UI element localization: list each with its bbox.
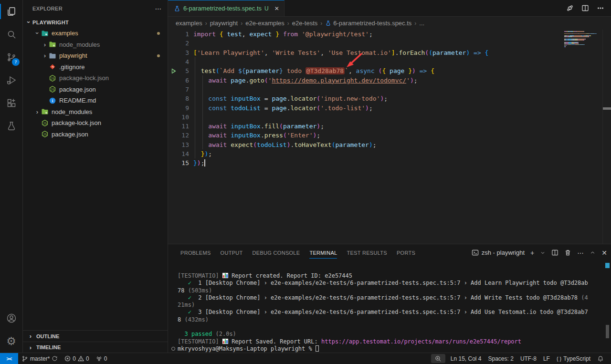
breadcrumb-separator: › bbox=[205, 20, 207, 27]
panel-tab-ports[interactable]: PORTS bbox=[392, 244, 420, 261]
modified-dot-badge bbox=[157, 32, 160, 35]
language-item[interactable]: { } TypeScript bbox=[553, 353, 594, 364]
editor-scrollbar[interactable] bbox=[602, 30, 611, 244]
encoding-item[interactable]: UTF-8 bbox=[517, 353, 540, 364]
split-terminal-icon[interactable] bbox=[551, 249, 558, 256]
terminal-line: [TESTOMATIO] Report created. Report ID: … bbox=[178, 272, 611, 280]
breadcrumb-e2e-tests[interactable]: e2e-tests bbox=[292, 20, 317, 27]
code-line-10[interactable]: 10 bbox=[168, 113, 611, 122]
zoom-in-icon bbox=[435, 355, 442, 362]
indentation-item[interactable]: Spaces: 2 bbox=[485, 353, 517, 364]
status-bar: >< master* 0 0 0 Ln 15, Col 4 Spaces: 2 … bbox=[0, 353, 611, 364]
new-terminal-icon[interactable]: + bbox=[530, 250, 534, 256]
url-link[interactable]: https://demo.playwright.dev/todomvc/ bbox=[272, 77, 406, 84]
chevron-right-icon: › bbox=[41, 52, 49, 59]
terminal-dropdown-chevron-icon[interactable] bbox=[540, 250, 546, 256]
terminal-scroll-thumb[interactable] bbox=[606, 325, 609, 338]
tab-6-parametrized-tests[interactable]: 6-parametrized-tests.spec.ts U ✕ bbox=[168, 0, 284, 16]
branch-item[interactable]: master* bbox=[18, 353, 61, 364]
code-line-1[interactable]: 1import { test, expect } from '@playwrig… bbox=[168, 30, 611, 39]
code-line-13[interactable]: 13 await expect(todoList).toHaveText(par… bbox=[168, 140, 611, 149]
more-actions-icon[interactable] bbox=[597, 4, 604, 12]
command-decoration-circle[interactable] bbox=[171, 347, 175, 351]
run-debug-icon[interactable] bbox=[0, 69, 22, 92]
panel-tab-test-results[interactable]: TEST RESULTS bbox=[342, 244, 392, 261]
report-url-link[interactable]: https://app.testomat.io/projects/mars/ru… bbox=[321, 338, 521, 345]
code-line-6[interactable]: 6 await page.goto('https://demo.playwrig… bbox=[168, 75, 611, 84]
breadcrumb-more[interactable]: ... bbox=[419, 20, 424, 27]
breadcrumb-separator: › bbox=[287, 20, 289, 27]
minimap[interactable] bbox=[564, 31, 601, 47]
extensions-icon[interactable] bbox=[0, 92, 22, 114]
breadcrumb-separator: › bbox=[414, 20, 416, 27]
minimap-line bbox=[564, 46, 601, 47]
tree-item-readme-md[interactable]: ›iREADME.md bbox=[23, 95, 168, 106]
open-changes-icon[interactable] bbox=[566, 4, 574, 12]
close-panel-icon[interactable]: ✕ bbox=[601, 250, 607, 256]
cursor-position-item[interactable]: Ln 15, Col 4 bbox=[447, 353, 485, 364]
maximize-panel-icon[interactable] bbox=[590, 250, 596, 256]
code-line-3[interactable]: 3['Learn Playwright', 'Write Tests', 'Us… bbox=[168, 48, 611, 57]
eol-item[interactable]: LF bbox=[540, 353, 553, 364]
kill-terminal-icon[interactable] bbox=[564, 249, 571, 256]
remote-indicator[interactable]: >< bbox=[0, 353, 18, 364]
svg-text:JS: JS bbox=[51, 76, 54, 80]
tree-item-playwright[interactable]: ›playwright bbox=[23, 50, 168, 62]
breadcrumb-separator: › bbox=[241, 20, 242, 27]
code-line-11[interactable]: 11 await inputBox.fill(parameter); bbox=[168, 122, 611, 131]
tree-item--gitignore[interactable]: ›.gitignore bbox=[23, 62, 168, 73]
panel-tab-problems[interactable]: PROBLEMS bbox=[176, 244, 216, 261]
code-line-12[interactable]: 12 await inputBox.press('Enter'); bbox=[168, 131, 611, 140]
account-icon[interactable] bbox=[0, 307, 22, 330]
problems-item[interactable]: 0 0 bbox=[61, 353, 92, 364]
testing-icon[interactable] bbox=[0, 114, 22, 137]
panel-tab-output[interactable]: OUTPUT bbox=[216, 244, 248, 261]
split-editor-icon[interactable] bbox=[581, 4, 589, 12]
sidebar-more-icon[interactable]: ⋯ bbox=[155, 5, 162, 12]
indent-guide bbox=[195, 131, 195, 140]
panel-tab-debug-console[interactable]: DEBUG CONSOLE bbox=[248, 244, 305, 261]
breadcrumb-playwright[interactable]: playwright bbox=[210, 20, 238, 27]
tree-item-package-json[interactable]: ›JSpackage.json bbox=[23, 84, 168, 95]
terminal-line: [TESTOMATIO] Report Saved. Report URL: h… bbox=[178, 338, 611, 345]
explorer-icon[interactable] bbox=[0, 0, 22, 23]
code-line-15[interactable]: 15}); bbox=[168, 158, 611, 167]
code-text: await inputBox.fill(parameter); bbox=[189, 123, 324, 130]
code-line-5[interactable]: 5 test(`Add ${parameter} todo @T3d28ab78… bbox=[168, 66, 611, 75]
zoom-indicator[interactable] bbox=[431, 354, 445, 363]
settings-gear-icon[interactable]: ⚙ bbox=[0, 330, 22, 353]
code-line-14[interactable]: 14 }); bbox=[168, 149, 611, 158]
line-number: 7 bbox=[168, 86, 189, 93]
editor-column: 6-parametrized-tests.spec.ts U ✕ example… bbox=[168, 0, 611, 353]
timeline-section[interactable]: › TIMELINE bbox=[23, 342, 168, 353]
code-line-4[interactable]: 4 bbox=[168, 57, 611, 66]
breadcrumb-examples[interactable]: examples bbox=[176, 20, 202, 27]
terminal-title[interactable]: zsh - playwright bbox=[472, 249, 525, 256]
breadcrumb-e2e-examples[interactable]: e2e-examples bbox=[245, 20, 284, 27]
tree-item-examples[interactable]: ›examples bbox=[23, 28, 168, 39]
tree-item-node-modules[interactable]: ›node_modules bbox=[23, 106, 168, 118]
run-test-icon[interactable] bbox=[170, 68, 177, 76]
code-line-8[interactable]: 8 const inputBox = page.locator('input.n… bbox=[168, 94, 611, 103]
section-playwright[interactable]: › PLAYWRIGHT bbox=[23, 17, 168, 28]
code-text: }); bbox=[189, 159, 205, 166]
panel-more-icon[interactable]: ⋯ bbox=[577, 250, 584, 256]
close-tab-icon[interactable]: ✕ bbox=[274, 5, 279, 12]
terminal-scrollbar[interactable] bbox=[605, 262, 610, 352]
tree-item-package-lock-json[interactable]: ›JSpackage-lock.json bbox=[23, 73, 168, 84]
search-icon[interactable] bbox=[0, 23, 22, 46]
code-line-9[interactable]: 9 const todoList = page.locator('.todo-l… bbox=[168, 103, 611, 112]
terminal-output[interactable]: [TESTOMATIO] Report created. Report ID: … bbox=[168, 261, 611, 353]
notifications-item[interactable] bbox=[594, 353, 607, 364]
source-control-icon[interactable]: 7 bbox=[0, 46, 22, 69]
tree-item-package-lock-json[interactable]: ›JSpackage-lock.json bbox=[23, 117, 168, 129]
tree-item-node-modules[interactable]: ›node_modules bbox=[23, 39, 168, 51]
ports-item[interactable]: 0 bbox=[93, 353, 111, 364]
tree-item-package-json[interactable]: ›JSpackage.json bbox=[23, 129, 168, 140]
breadcrumb-file[interactable]: 6-parametrized-tests.spec.ts bbox=[325, 20, 411, 27]
code-line-7[interactable]: 7 bbox=[168, 85, 611, 94]
panel-tab-terminal[interactable]: TERMINAL bbox=[305, 244, 342, 261]
code-editor[interactable]: 1import { test, expect } from '@playwrig… bbox=[168, 30, 611, 244]
outline-section[interactable]: › OUTLINE bbox=[23, 331, 168, 342]
code-line-2[interactable]: 2 bbox=[168, 39, 611, 48]
